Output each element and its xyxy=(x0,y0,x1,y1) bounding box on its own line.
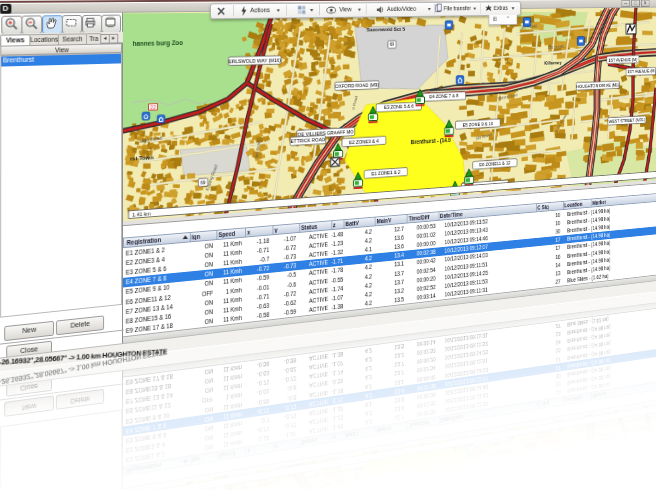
svg-text:Saxonwold Sct 5: Saxonwold Sct 5 xyxy=(367,26,406,33)
svg-text:69: 69 xyxy=(390,42,394,47)
svg-text:69: 69 xyxy=(201,179,206,185)
svg-text:Killarney: Killarney xyxy=(544,60,562,65)
svg-text:1ST AVENUE (M: 1ST AVENUE (M xyxy=(627,69,654,75)
svg-text:22: 22 xyxy=(150,104,156,110)
svg-text:rst Town: rst Town xyxy=(130,154,154,162)
svg-text:1ST AVENUE (M): 1ST AVENUE (M) xyxy=(609,57,638,63)
